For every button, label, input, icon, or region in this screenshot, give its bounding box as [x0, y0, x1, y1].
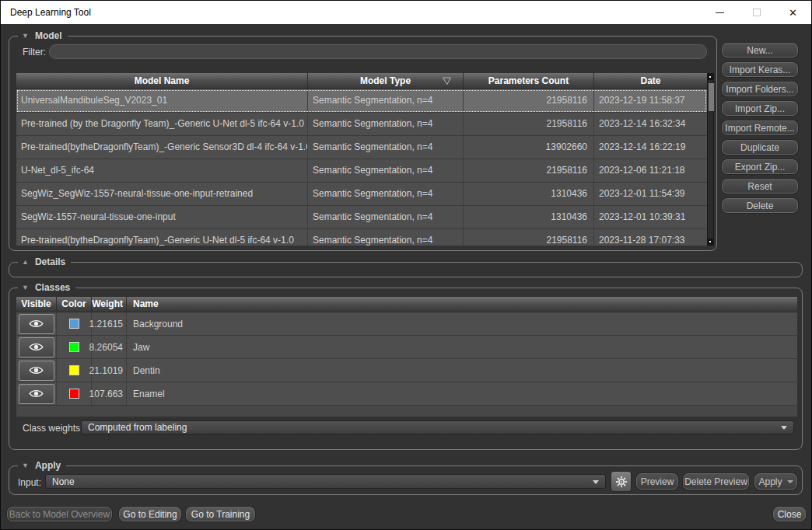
class-weight-cell: 8.26054	[92, 336, 127, 358]
import-folders-button[interactable]: Import Folders...	[722, 82, 798, 96]
minimize-button[interactable]	[702, 1, 738, 24]
model-table-header: Model Name Model Type Parameters Count D…	[16, 73, 707, 89]
model-table-body: UniversalMandibuleSeg_V2023_01Semantic S…	[16, 89, 707, 246]
model-date-cell: 2023-12-14 16:22:19	[594, 136, 707, 159]
class-visible-cell	[16, 359, 57, 382]
input-dropdown[interactable]: None	[45, 474, 606, 489]
model-type-cell: Semantic Segmentation, n=4	[308, 159, 464, 182]
model-params-cell: 21958116	[464, 229, 594, 246]
class-color-swatch[interactable]	[69, 342, 79, 352]
maximize-button[interactable]	[738, 1, 775, 24]
model-table-row[interactable]: U-Net_dl-5_ifc-64Semantic Segmentation, …	[16, 159, 707, 183]
class-color-cell	[57, 382, 92, 405]
column-header-date[interactable]: Date	[594, 73, 707, 89]
model-name-cell: Pre-trained (by the Dragonfly Team)_-Gen…	[16, 113, 308, 135]
scroll-down-button[interactable]	[708, 239, 713, 245]
import-remote-button[interactable]: Import Remote...	[722, 120, 798, 135]
model-type-cell: Semantic Segmentation, n=4	[308, 206, 464, 228]
delete-button[interactable]: Delete	[722, 198, 798, 213]
class-weight-cell: 21.1019	[92, 359, 127, 382]
model-table-row[interactable]: Pre-trained(bytheDragonflyTeam)_-Generic…	[16, 229, 707, 246]
back-to-model-overview-button[interactable]: Back to Model Overview	[7, 507, 112, 521]
filter-funnel-icon[interactable]	[442, 77, 452, 85]
class-row: 8.26054Jaw	[16, 336, 797, 359]
model-name-cell: SegWiz_SegWiz-1557-neural-tissue-one-inp…	[16, 183, 308, 205]
model-table-row[interactable]: Pre-trained(bytheDragonflyTeam)_-Generic…	[16, 136, 707, 159]
visibility-toggle-button[interactable]	[19, 314, 54, 334]
model-name-cell: U-Net_dl-5_ifc-64	[16, 159, 308, 182]
column-header-model-name[interactable]: Model Name	[16, 73, 308, 89]
duplicate-button[interactable]: Duplicate	[722, 140, 798, 155]
classes-table-footer	[16, 406, 797, 417]
class-name-cell: Dentin	[127, 359, 797, 382]
model-table-row[interactable]: SegWiz-1557-neural-tissue-one-inputSeman…	[16, 206, 707, 229]
model-date-cell: 2023-12-06 11:21:18	[594, 159, 707, 182]
apply-button[interactable]: Apply	[754, 473, 797, 490]
eye-icon	[29, 319, 44, 329]
column-header-weight[interactable]: Weight	[92, 297, 127, 312]
column-header-name[interactable]: Name	[127, 297, 797, 312]
class-name-cell: Enamel	[127, 382, 797, 405]
filter-label: Filter:	[23, 47, 46, 58]
class-weights-label: Class weights:	[23, 423, 82, 434]
scrollbar-thumb[interactable]	[709, 83, 714, 111]
class-weights-value: Computed from labeling	[88, 422, 187, 433]
export-zip-button[interactable]: Export Zip...	[722, 159, 798, 174]
visibility-toggle-button[interactable]	[19, 337, 54, 357]
close-icon: ✕	[789, 8, 797, 18]
settings-button[interactable]	[611, 471, 632, 492]
column-header-color[interactable]: Color	[57, 297, 92, 312]
eye-icon	[29, 365, 44, 375]
class-color-swatch[interactable]	[69, 319, 79, 329]
chevron-down-icon	[593, 480, 599, 484]
reset-button[interactable]: Reset	[722, 179, 798, 194]
collapse-triangle-icon[interactable]	[22, 33, 29, 40]
class-color-cell	[57, 336, 92, 358]
model-date-cell: 2023-12-14 16:32:34	[594, 113, 707, 135]
close-window-button[interactable]: ✕	[775, 1, 811, 24]
class-row: 1.21615Background	[16, 312, 797, 336]
chevron-down-icon	[781, 426, 787, 430]
collapse-triangle-icon[interactable]	[22, 284, 29, 291]
window-controls: ✕	[702, 1, 811, 24]
class-weights-dropdown[interactable]: Computed from labeling	[81, 420, 794, 434]
eye-icon	[29, 342, 44, 352]
close-button[interactable]: Close	[773, 507, 806, 521]
model-type-cell: Semantic Segmentation, n=4	[308, 113, 464, 135]
class-weight-cell: 1.21615	[92, 312, 127, 335]
scroll-up-button[interactable]	[708, 74, 713, 80]
collapse-triangle-icon[interactable]	[22, 259, 29, 266]
class-color-swatch[interactable]	[69, 389, 79, 399]
import-zip-button[interactable]: Import Zip...	[722, 101, 798, 116]
details-group: Details	[9, 262, 803, 277]
model-date-cell: 2023-12-19 11:58:37	[594, 89, 707, 112]
preview-button[interactable]: Preview	[636, 473, 678, 490]
column-header-model-type[interactable]: Model Type	[308, 73, 464, 89]
model-table-row[interactable]: SegWiz_SegWiz-1557-neural-tissue-one-inp…	[16, 183, 707, 206]
new-button[interactable]: New...	[722, 43, 798, 58]
gear-icon	[615, 476, 628, 488]
go-to-training-button[interactable]: Go to Training	[186, 507, 255, 521]
model-table-row[interactable]: UniversalMandibuleSeg_V2023_01Semantic S…	[16, 89, 707, 113]
model-params-cell: 21958116	[464, 159, 594, 182]
import-keras-button[interactable]: Import Keras...	[722, 62, 798, 77]
model-table: Model Name Model Type Parameters Count D…	[16, 73, 707, 246]
go-to-editing-button[interactable]: Go to Editing	[119, 507, 181, 521]
class-visible-cell	[16, 382, 57, 405]
class-color-swatch[interactable]	[69, 365, 79, 375]
collapse-triangle-icon[interactable]	[22, 462, 29, 469]
model-type-cell: Semantic Segmentation, n=4	[308, 183, 464, 205]
vertical-scrollbar[interactable]	[707, 73, 714, 246]
visibility-toggle-button[interactable]	[19, 384, 54, 404]
class-visible-cell	[16, 312, 57, 335]
model-table-row[interactable]: Pre-trained (by the Dragonfly Team)_-Gen…	[16, 113, 707, 136]
model-group-title: Model	[35, 30, 62, 41]
visibility-toggle-button[interactable]	[19, 361, 54, 381]
column-header-visible[interactable]: Visible	[16, 297, 57, 312]
column-header-parameters-count[interactable]: Parameters Count	[464, 73, 594, 89]
model-name-cell: UniversalMandibuleSeg_V2023_01	[16, 89, 308, 112]
delete-preview-button[interactable]: Delete Preview	[683, 473, 749, 490]
filter-input[interactable]	[49, 44, 707, 59]
chevron-down-icon	[787, 480, 793, 483]
model-params-cell: 1310436	[464, 206, 594, 228]
